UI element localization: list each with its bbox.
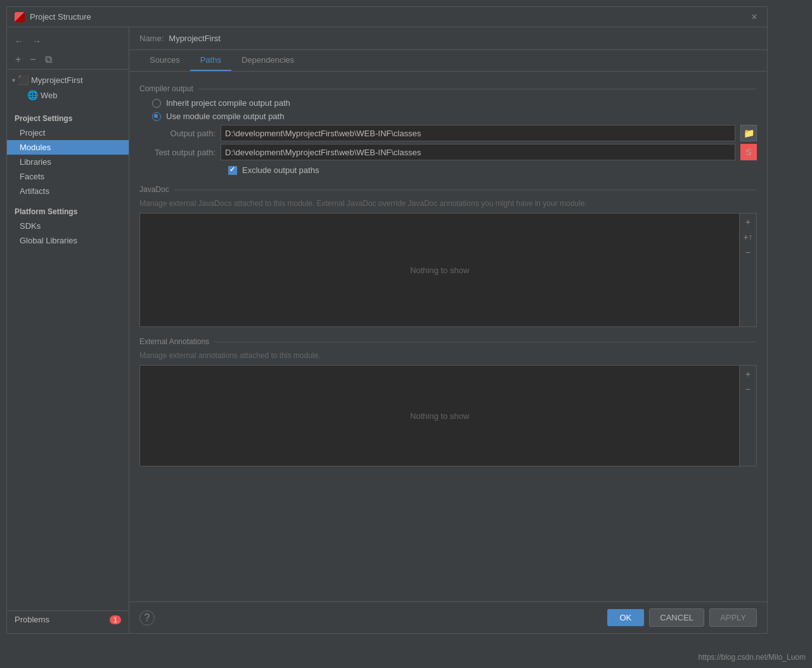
compiler-output-label: Compiler output [139, 84, 193, 93]
inherit-radio-label: Inherit project compile output path [166, 98, 290, 108]
inherit-radio-row: Inherit project compile output path [152, 98, 757, 108]
sidebar-nav: ← → [7, 32, 129, 50]
tree-web-item[interactable]: 🌐 Web [7, 87, 129, 103]
output-path-input[interactable] [221, 125, 735, 141]
output-path-label: Output path: [139, 129, 216, 138]
divider-line-ext [214, 342, 757, 342]
javadoc-remove-button[interactable]: − [741, 245, 755, 259]
platform-settings-header: Platform Settings [7, 203, 129, 219]
web-icon: 🌐 [27, 90, 38, 100]
ext-annotations-add-button[interactable]: + [741, 367, 755, 381]
javadoc-list-container: Nothing to show + +↑ − [139, 213, 757, 327]
test-output-path-label: Test output path: [139, 148, 216, 157]
window-title: Project Structure [30, 12, 91, 22]
module-icon: ⬛ [18, 75, 29, 85]
apply-button[interactable]: APPLY [709, 608, 757, 627]
sidebar: ← → + − ⧉ ▾ ⬛ MyprojectFirst 🌐 Web Proj [7, 27, 129, 633]
panel-content: Compiler output Inherit project compile … [129, 72, 767, 601]
toolbar-copy-button[interactable]: ⧉ [42, 53, 55, 67]
tab-dependencies[interactable]: Dependencies [231, 50, 304, 71]
output-path-browse-button[interactable]: 📁 [740, 125, 757, 141]
tree-root-label: MyprojectFirst [31, 75, 83, 85]
right-panel: Name: MyprojectFirst Sources Paths Depen… [129, 27, 767, 633]
ext-annotations-list: Nothing to show [139, 365, 740, 466]
tree-chevron-icon: ▾ [12, 77, 15, 84]
exclude-checkbox-label: Exclude output paths [242, 165, 319, 175]
sidebar-item-facets[interactable]: Facets [7, 169, 129, 184]
title-bar: Project Structure × [7, 7, 767, 27]
ext-annotations-list-container: Nothing to show + − [139, 365, 757, 466]
use-module-radio-label: Use module compile output path [166, 112, 284, 121]
external-annotations-section: External Annotations [139, 337, 757, 346]
divider-line [198, 89, 757, 89]
app-icon [15, 12, 25, 22]
javadoc-hint: Manage external JavaDocs attached to thi… [139, 199, 757, 208]
problems-badge: 1 [110, 615, 121, 624]
exclude-checkbox-row: Exclude output paths [228, 165, 757, 175]
watermark: https://blog.csdn.net/Milo_Luom [699, 653, 806, 662]
sidebar-item-sdks[interactable]: SDKs [7, 219, 129, 233]
exclude-checkbox[interactable] [228, 166, 237, 175]
ok-button[interactable]: OK [607, 609, 645, 626]
nav-back-button[interactable]: ← [12, 35, 26, 48]
cancel-button[interactable]: CANCEL [649, 608, 704, 627]
use-module-radio[interactable] [152, 112, 161, 121]
tab-sources[interactable]: Sources [139, 50, 190, 71]
external-annotations-label: External Annotations [139, 337, 209, 346]
name-row: Name: MyprojectFirst [129, 27, 767, 50]
test-output-path-browse-button[interactable]: S [740, 144, 757, 160]
nav-forward-button[interactable]: → [30, 35, 44, 48]
javadoc-section: JavaDoc [139, 185, 757, 194]
sidebar-item-libraries[interactable]: Libraries [7, 155, 129, 169]
sidebar-item-global-libraries[interactable]: Global Libraries [7, 233, 129, 248]
inherit-radio[interactable] [152, 99, 161, 108]
javadoc-label: JavaDoc [139, 185, 169, 194]
javadoc-add-from-button[interactable]: +↑ [741, 230, 755, 244]
external-annotations-hint: Manage external annotations attached to … [139, 351, 757, 360]
output-path-row: Output path: 📁 [139, 125, 757, 141]
javadoc-add-button[interactable]: + [741, 215, 755, 229]
tab-paths[interactable]: Paths [190, 50, 231, 71]
tree-web-label: Web [41, 91, 58, 100]
sidebar-item-artifacts[interactable]: Artifacts [7, 184, 129, 198]
ext-annotations-buttons: + − [740, 365, 757, 466]
javadoc-buttons: + +↑ − [740, 213, 757, 327]
javadoc-list: Nothing to show [139, 213, 740, 327]
sidebar-item-modules[interactable]: Modules [7, 140, 129, 155]
sidebar-toolbar: + − ⧉ [7, 50, 129, 70]
problems-row[interactable]: Problems 1 [7, 610, 129, 628]
name-label: Name: [139, 34, 164, 43]
close-button[interactable]: × [749, 12, 759, 22]
compiler-output-section: Compiler output [139, 84, 757, 93]
toolbar-add-button[interactable]: + [12, 53, 24, 67]
name-value: MyprojectFirst [169, 34, 221, 43]
use-module-radio-row: Use module compile output path [152, 112, 757, 121]
tree-root-item[interactable]: ▾ ⬛ MyprojectFirst [7, 72, 129, 87]
tabs-row: Sources Paths Dependencies [129, 50, 767, 72]
sidebar-item-project[interactable]: Project [7, 125, 129, 140]
help-button[interactable]: ? [139, 610, 155, 626]
footer: ? OK CANCEL APPLY [129, 601, 767, 633]
problems-label: Problems [15, 615, 49, 624]
project-settings-header: Project Settings [7, 110, 129, 125]
javadoc-empty-label: Nothing to show [410, 266, 469, 275]
divider-line-javadoc [174, 189, 757, 190]
test-output-path-input[interactable] [221, 144, 735, 160]
ext-annotations-empty-label: Nothing to show [410, 411, 469, 421]
toolbar-remove-button[interactable]: − [27, 53, 39, 67]
test-output-path-row: Test output path: S [139, 144, 757, 160]
ext-annotations-remove-button[interactable]: − [741, 382, 755, 396]
